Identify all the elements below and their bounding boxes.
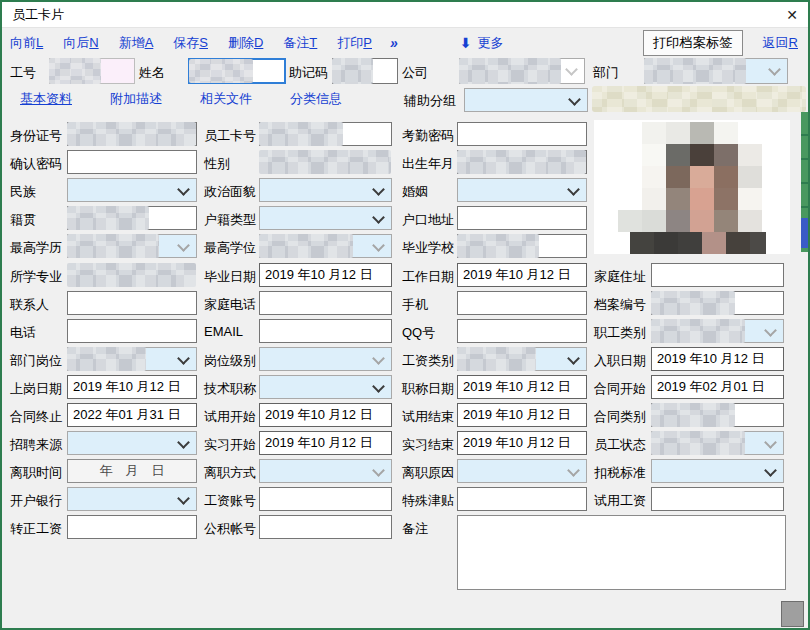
- native-place-field[interactable]: [67, 206, 197, 230]
- pixelated-redaction: [67, 347, 146, 371]
- salary-account-field[interactable]: [259, 487, 392, 511]
- tab-basic-info[interactable]: 基本资料: [20, 90, 72, 108]
- toolbar-print-button[interactable]: 打印P: [337, 34, 372, 52]
- employee-card-no-field[interactable]: [259, 122, 392, 146]
- remark-field[interactable]: [457, 515, 786, 590]
- contract-start-field[interactable]: 2019 年02 月01 日: [651, 375, 784, 399]
- resign-reason-field[interactable]: [457, 459, 587, 483]
- print-archive-label-button[interactable]: 打印档案标签: [643, 30, 743, 56]
- post-level-field[interactable]: [259, 347, 392, 371]
- close-icon[interactable]: ✕: [786, 8, 798, 22]
- highest-degree-field[interactable]: [259, 234, 392, 258]
- technical-title-field[interactable]: [259, 375, 392, 399]
- id-card-no-field[interactable]: [67, 122, 197, 146]
- aux-group-field[interactable]: [464, 88, 588, 112]
- gender-field[interactable]: [259, 150, 392, 174]
- chevron-down-icon: [372, 239, 385, 252]
- tax-standard-field[interactable]: [651, 459, 784, 483]
- name-field[interactable]: [188, 58, 286, 84]
- regular-salary-field[interactable]: [67, 515, 197, 539]
- toolbar-more-button[interactable]: ⬇ 更多: [460, 34, 504, 52]
- bank-field[interactable]: [67, 487, 197, 511]
- department-label: 部门: [593, 64, 619, 82]
- probation-start-field[interactable]: 2019 年10 月12 日: [259, 403, 392, 427]
- remark-label: 备注: [402, 520, 428, 538]
- resign-method-field[interactable]: [259, 459, 392, 483]
- archive-no-field[interactable]: [651, 291, 784, 315]
- employee-no-field[interactable]: [49, 58, 135, 84]
- add-accel: A: [145, 35, 154, 50]
- birth-date-field[interactable]: [457, 150, 587, 174]
- marital-status-field[interactable]: [457, 178, 587, 202]
- mnemonic-code-field[interactable]: [332, 58, 398, 84]
- employee-status-field[interactable]: [651, 431, 784, 455]
- contract-type-field[interactable]: [651, 403, 784, 427]
- home-address-field[interactable]: [651, 263, 784, 287]
- toolbar-note-button[interactable]: 备注T: [283, 34, 317, 52]
- title-date-field[interactable]: 2019 年10 月12 日: [457, 375, 587, 399]
- technical-title-label: 技术职称: [204, 380, 256, 398]
- political-status-field[interactable]: [259, 178, 392, 202]
- home-phone-field[interactable]: [259, 291, 392, 315]
- contract-end-label: 合同终止: [10, 408, 62, 426]
- hire-date-field[interactable]: 2019 年10 月12 日: [651, 347, 784, 371]
- contract-end-field[interactable]: 2022 年01 月31 日: [67, 403, 197, 427]
- qq-field[interactable]: [457, 319, 587, 343]
- highest-education-field[interactable]: [67, 234, 197, 258]
- pixelated-redaction: [259, 234, 353, 258]
- ethnicity-field[interactable]: [67, 178, 197, 202]
- household-type-field[interactable]: [259, 206, 392, 230]
- chevron-down-icon: [177, 352, 190, 365]
- toolbar-overflow-chevrons-icon[interactable]: »: [390, 35, 398, 51]
- department-field[interactable]: [644, 58, 788, 84]
- internship-start-field[interactable]: 2019 年10 月12 日: [259, 431, 392, 455]
- probation-salary-field[interactable]: [651, 487, 784, 511]
- mobile-label: 手机: [402, 296, 428, 314]
- probation-end-field[interactable]: 2019 年10 月12 日: [457, 403, 587, 427]
- contact-person-field[interactable]: [67, 291, 197, 315]
- employee-category-field[interactable]: [651, 319, 784, 343]
- toolbar-add-button[interactable]: 新增A: [119, 34, 154, 52]
- employee-photo[interactable]: [594, 120, 790, 254]
- birth-date-label: 出生年月: [402, 155, 454, 173]
- graduate-school-label: 毕业学校: [402, 239, 454, 257]
- employee-card-no-label: 员工卡号: [204, 127, 256, 145]
- post-date-field[interactable]: 2019 年10 月12 日: [67, 375, 197, 399]
- toolbar-backward-button[interactable]: 向后N: [63, 34, 98, 52]
- salary-category-field[interactable]: [457, 347, 587, 371]
- toolbar-delete-button[interactable]: 删除D: [228, 34, 263, 52]
- pixelated-redaction: [49, 58, 101, 84]
- regular-salary-label: 转正工资: [10, 520, 62, 538]
- toolbar-return-button[interactable]: 返回R: [763, 35, 798, 50]
- tab-related-files[interactable]: 相关文件: [200, 90, 252, 108]
- attendance-password-field[interactable]: [457, 122, 587, 146]
- toolbar: 向前L向后N新增A保存S删除D备注T打印P » ⬇ 更多 打印档案标签 返回R: [2, 29, 808, 57]
- housing-fund-account-field[interactable]: [259, 515, 392, 539]
- contract-start-label: 合同开始: [594, 380, 646, 398]
- chevron-down-icon: [567, 352, 580, 365]
- resign-date-field[interactable]: 年 月 日: [67, 459, 197, 483]
- print-accel: P: [363, 35, 372, 50]
- confirm-password-field[interactable]: [67, 150, 197, 174]
- note-accel: T: [309, 35, 317, 50]
- toolbar-save-button[interactable]: 保存S: [173, 34, 208, 52]
- department-post-field[interactable]: [67, 347, 197, 371]
- phone-field[interactable]: [67, 319, 197, 343]
- graduation-date-field[interactable]: 2019 年10 月12 日: [259, 263, 392, 287]
- work-start-date-field[interactable]: 2019 年10 月12 日: [457, 263, 587, 287]
- major-field[interactable]: [67, 263, 197, 287]
- graduate-school-field[interactable]: [457, 234, 587, 258]
- recruit-source-field[interactable]: [67, 431, 197, 455]
- special-allowance-field[interactable]: [457, 487, 587, 511]
- email-field[interactable]: [259, 319, 392, 343]
- mobile-field[interactable]: [457, 291, 587, 315]
- household-address-field[interactable]: [457, 206, 587, 230]
- tab-classification[interactable]: 分类信息: [290, 90, 342, 108]
- tab-extra-desc[interactable]: 附加描述: [110, 90, 162, 108]
- internship-end-field[interactable]: 2019 年10 月12 日: [457, 431, 587, 455]
- toolbar-forward-button[interactable]: 向前L: [10, 34, 43, 52]
- pixelated-redaction: [457, 234, 539, 258]
- company-field[interactable]: [459, 58, 585, 84]
- ethnicity-label: 民族: [10, 183, 36, 201]
- pixelated-redaction: [457, 150, 586, 174]
